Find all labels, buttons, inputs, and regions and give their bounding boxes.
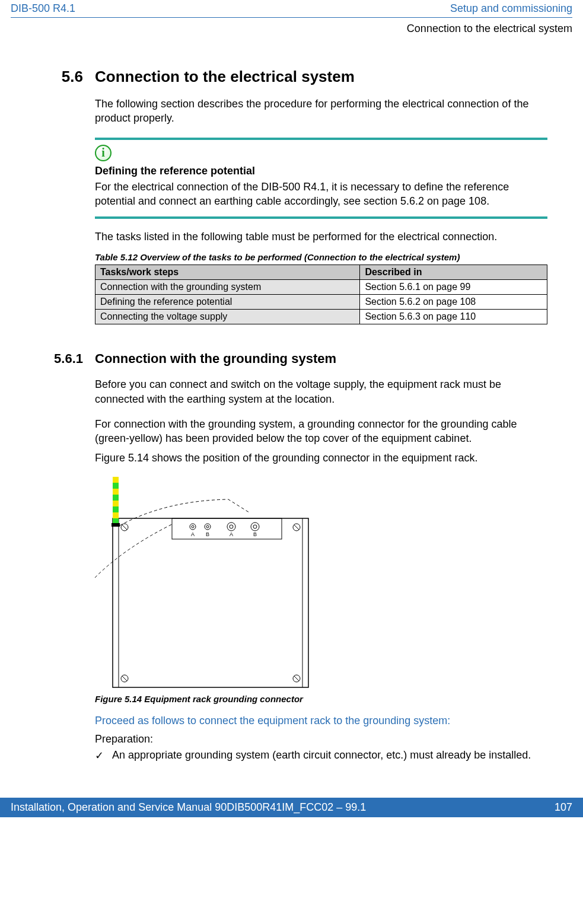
subsection-p3: Figure 5.14 shows the position of the gr… <box>95 451 547 465</box>
svg-line-4 <box>122 525 127 530</box>
footer-page-number: 107 <box>555 801 572 814</box>
info-box-top-rule <box>95 138 547 140</box>
table-cell: Defining the reference potential <box>95 295 360 310</box>
table-row: Connecting the voltage supply Section 5.… <box>95 310 547 324</box>
info-icon: i <box>95 145 111 161</box>
footer-left: Installation, Operation and Service Manu… <box>11 801 366 814</box>
table-cell: Section 5.6.1 on page 99 <box>360 280 547 295</box>
svg-line-10 <box>294 676 299 681</box>
tasks-intro: The tasks listed in the following table … <box>95 230 547 244</box>
svg-point-17 <box>230 525 233 528</box>
connector-label: A <box>191 531 195 537</box>
list-item-text: An appropriate grounding system (earth c… <box>112 749 531 762</box>
svg-rect-25 <box>111 523 120 527</box>
svg-line-6 <box>294 525 299 530</box>
table-header-row: Tasks/work steps Described in <box>95 265 547 280</box>
content-area: 5.6 Connection to the electrical system … <box>0 68 583 762</box>
info-body: For the electrical connection of the DIB… <box>95 180 547 209</box>
section-intro: The following section describes the proc… <box>95 97 547 126</box>
svg-rect-0 <box>113 518 308 687</box>
page-footer: Installation, Operation and Service Manu… <box>0 798 583 817</box>
equipment-rack-diagram: A B A B <box>95 477 314 690</box>
subsection-p2: For connection with the grounding system… <box>95 417 547 446</box>
svg-rect-23 <box>113 501 119 506</box>
svg-point-19 <box>253 525 257 528</box>
list-item: ✓ An appropriate grounding system (earth… <box>95 749 547 762</box>
table-cell: Section 5.6.3 on page 110 <box>360 310 547 324</box>
section-number: 5.6 <box>36 68 95 86</box>
svg-point-18 <box>251 522 259 531</box>
header-right: Setup and commissioning <box>450 2 572 15</box>
header-sub: Connection to the electrical system <box>0 18 583 35</box>
info-box-bottom-rule <box>95 216 547 219</box>
table-header: Tasks/work steps <box>95 265 360 280</box>
svg-point-12 <box>190 524 196 530</box>
svg-rect-11 <box>172 518 282 539</box>
svg-rect-22 <box>113 489 119 495</box>
page-header: DIB-500 R4.1 Setup and commissioning <box>0 0 583 15</box>
subsection-number: 5.6.1 <box>36 351 95 367</box>
connector-label: A <box>230 531 233 537</box>
table-row: Defining the reference potential Section… <box>95 295 547 310</box>
preparation-label: Preparation: <box>95 733 547 745</box>
subsection-heading: 5.6.1 Connection with the grounding syst… <box>36 351 547 367</box>
procedure-instruction: Proceed as follows to connect the equipm… <box>95 715 547 727</box>
svg-point-13 <box>192 525 194 528</box>
svg-rect-24 <box>113 512 119 518</box>
table-cell: Connecting the voltage supply <box>95 310 360 324</box>
table-cell: Section 5.6.2 on page 108 <box>360 295 547 310</box>
table-row: Connection with the grounding system Sec… <box>95 280 547 295</box>
figure-caption: Figure 5.14 Equipment rack grounding con… <box>95 694 547 704</box>
tasks-table: Tasks/work steps Described in Connection… <box>95 265 547 324</box>
svg-rect-21 <box>113 477 119 483</box>
header-left: DIB-500 R4.1 <box>11 2 75 15</box>
subsection-p1: Before you can connect and switch on the… <box>95 377 547 406</box>
connector-label: B <box>206 531 209 537</box>
connector-label: B <box>253 531 257 537</box>
figure: A B A B Figure 5.14 Equipment rack groun… <box>95 477 547 704</box>
table-cell: Connection with the grounding system <box>95 280 360 295</box>
svg-point-14 <box>205 524 211 530</box>
section-title: Connection to the electrical system <box>95 68 355 86</box>
subsection-title: Connection with the grounding system <box>95 351 336 367</box>
preparation-list: ✓ An appropriate grounding system (earth… <box>95 749 547 762</box>
svg-point-15 <box>206 525 209 528</box>
svg-point-16 <box>227 522 235 531</box>
table-header: Described in <box>360 265 547 280</box>
grounding-cable-icon <box>111 477 120 527</box>
info-heading: Defining the reference potential <box>95 165 547 177</box>
section-heading: 5.6 Connection to the electrical system <box>36 68 547 86</box>
table-caption: Table 5.12 Overview of the tasks to be p… <box>95 252 547 262</box>
checkmark-icon: ✓ <box>95 749 104 762</box>
svg-line-8 <box>122 676 127 681</box>
